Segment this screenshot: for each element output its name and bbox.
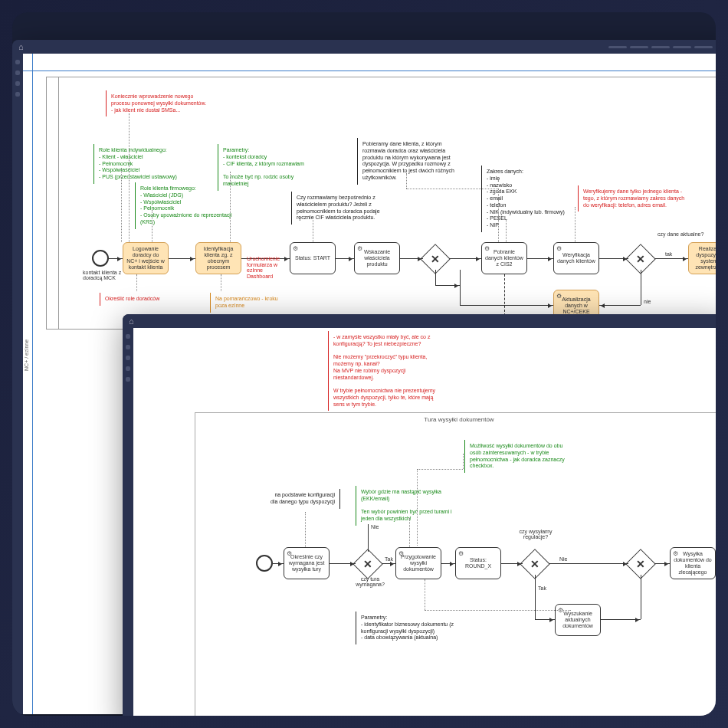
home-icon[interactable] <box>129 316 134 326</box>
annotation: Parametry:- identyfikator biznesowy doku… <box>356 612 471 644</box>
sidebar-item[interactable] <box>126 377 130 382</box>
gear-icon: ⚙ <box>556 293 562 300</box>
flow <box>654 563 670 564</box>
app-frame: NC+ / ezInne kontakt klienta z doradcą M… <box>12 12 716 716</box>
diagram-canvas-2[interactable]: - w zamyśle wszystko miały być, ale co z… <box>133 328 716 716</box>
titlebar-1[interactable] <box>12 40 716 54</box>
task-send-docs[interactable]: ⚙Wysyłka dokumentów do klienta zlecające… <box>670 547 716 579</box>
task-verify[interactable]: ⚙Weryfikacja danych klientów <box>553 242 599 274</box>
flow <box>336 258 354 259</box>
sidebar-item[interactable] <box>126 356 130 360</box>
sidebar-1 <box>12 54 23 714</box>
sidebar-item[interactable] <box>126 334 130 339</box>
edge-label: nie <box>644 299 651 304</box>
gear-icon: ⚙ <box>357 245 362 252</box>
flow-label-red: Uruchomienie formularza w ezInne Dashboa… <box>247 256 290 280</box>
flow <box>441 563 455 564</box>
annotation-orange: Na pomarańczowo - kroku poza ezInne <box>210 293 287 313</box>
annotation-red: Określić role doradców <box>100 293 176 306</box>
gateway-label: czy dane aktualne? <box>657 231 703 237</box>
gear-icon: ⚙ <box>556 245 562 252</box>
task-fetch[interactable]: ⚙Pobranie danych klientów z CIS2 <box>481 242 527 274</box>
annotation-green: Role klienta indywidualnego:- Klient - w… <box>93 144 193 184</box>
pool-label: NC+ / ezInne <box>24 339 29 371</box>
annotation-red: - w zamyśle wszystko miały być, ale co z… <box>328 331 443 411</box>
flow <box>330 563 356 564</box>
annotation-red: Weryfikujemy dane tylko jednego klienta … <box>578 185 693 212</box>
annotation-red: Koniecznie wprowadzenie nowego procesu p… <box>106 90 213 116</box>
flow <box>460 305 553 306</box>
flow <box>599 258 628 259</box>
annotation: Pobieramy dane klienta, z którym rozmawi… <box>357 138 464 185</box>
start-event-label: kontakt klienta z doradcą MCK <box>83 270 129 280</box>
annotation: Zakres danych:- imię- nazwisko- zgoda EK… <box>481 166 573 232</box>
sidebar-item[interactable] <box>126 345 130 349</box>
flow <box>501 563 523 564</box>
start-event[interactable] <box>92 250 109 267</box>
tabs-placeholder <box>608 46 716 48</box>
task-status-start[interactable]: ⚙Status: START <box>290 242 336 274</box>
sidebar-item[interactable] <box>15 81 20 86</box>
flow <box>449 258 481 259</box>
flow <box>435 270 436 285</box>
annotation-green: Możliwość wysyłki dokumentów do obu osób… <box>464 440 579 473</box>
task-realize[interactable]: Realizacja dyspozycji w systemie zewnętr… <box>688 242 716 274</box>
gear-icon: ⚙ <box>484 245 490 252</box>
task-label: Status: ROUND_X <box>459 557 497 569</box>
flow <box>599 305 641 306</box>
flow <box>641 575 641 619</box>
task-label: Wyszukanie aktualnych dokumentów <box>559 611 597 629</box>
sidebar-item[interactable] <box>15 60 20 64</box>
flow <box>601 619 641 620</box>
task-check-send[interactable]: ⚙Określnie czy wymagana jest wysyłka tur… <box>284 547 330 579</box>
task-label: Pobranie danych klientów z CIS2 <box>485 249 523 267</box>
task-login[interactable]: Logowanie doradcy do NC+ i wejście w kon… <box>123 242 169 274</box>
task-label: Przygotowanie wysyłki dokumentów <box>399 554 438 572</box>
flow <box>382 563 395 564</box>
task-prepare[interactable]: ⚙Przygotowanie wysyłki dokumentów <box>395 547 441 579</box>
task-label: Weryfikacja danych klientów <box>557 252 595 264</box>
task-label: Identyfikacja klienta zg. z obecnym proc… <box>199 246 238 271</box>
task-label: Realizacja dyspozycji w systemie zewnętr… <box>692 246 716 271</box>
flow <box>535 619 555 620</box>
gear-icon: ⚙ <box>287 550 292 557</box>
gateway-label: czy tura wymagana? <box>349 576 391 587</box>
start-event[interactable] <box>256 555 273 572</box>
task-find-docs[interactable]: ⚙Wyszukanie aktualnych dokumentów <box>555 604 601 636</box>
titlebar-2[interactable] <box>123 314 716 328</box>
flow <box>535 575 536 619</box>
gear-icon: ⚙ <box>398 550 404 557</box>
gear-icon: ⚙ <box>293 245 298 252</box>
annotation: Czy rozmawiamy bezpośrednio z właściciel… <box>291 192 391 225</box>
task-identify[interactable]: Identyfikacja klienta zg. z obecnym proc… <box>195 242 241 274</box>
lane-label <box>47 77 59 329</box>
home-icon[interactable] <box>18 42 24 51</box>
flow <box>549 563 628 564</box>
flow <box>368 524 369 552</box>
sidebar-item[interactable] <box>15 71 20 75</box>
task-status-round[interactable]: ⚙Status: ROUND_X <box>455 547 501 579</box>
flow <box>435 285 460 286</box>
flow <box>654 258 688 259</box>
gear-icon: ⚙ <box>458 550 464 557</box>
flow <box>109 258 123 259</box>
task-label: Wysyłka dokumentów do klienta zlecająceg… <box>674 551 712 576</box>
annotation: na podstawie konfiguracji dla danego typ… <box>264 489 340 509</box>
subprocess-title: Tura wysyłki dokumentów <box>424 416 494 423</box>
task-label: Wskazanie właściciela produktu <box>358 249 396 267</box>
edge-label: Nie <box>559 556 568 562</box>
sidebar-item[interactable] <box>15 92 20 97</box>
edge-label: Tak <box>385 556 393 562</box>
task-label: Logowanie doradcy do NC+ i wejście w kon… <box>126 246 165 271</box>
edge-label: tak <box>665 251 672 257</box>
gateway-label: czy wysyłamy regulacje? <box>509 529 562 539</box>
task-owner[interactable]: ⚙Wskazanie właściciela produktu <box>354 242 400 274</box>
task-label: Określnie czy wymagana jest wysyłka tury <box>287 554 326 572</box>
sidebar-item[interactable] <box>126 366 130 371</box>
annotation-green: Parametry:- kontekst doradcy- CIF klient… <box>218 144 325 191</box>
flow <box>527 258 553 259</box>
flow <box>641 270 641 305</box>
task-label: Status: START <box>295 255 330 261</box>
flow <box>400 258 423 259</box>
sidebar-2 <box>123 328 133 716</box>
